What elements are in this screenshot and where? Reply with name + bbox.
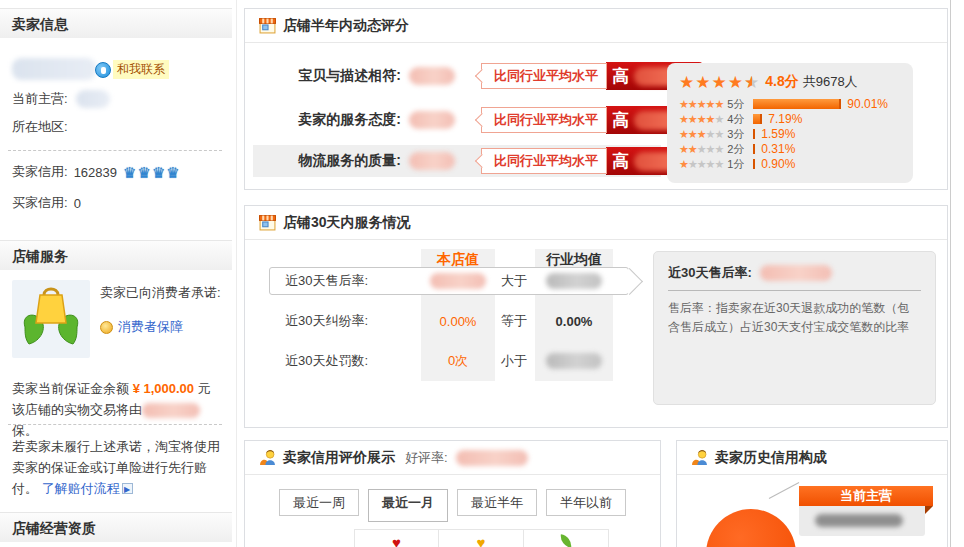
- dsr-panel-title: 店铺半年内动态评分: [283, 17, 409, 35]
- industry-value-censored: [546, 273, 602, 289]
- dsr-row-label: 宝贝与描述相符:: [253, 67, 401, 85]
- comparator: 大于: [501, 272, 527, 290]
- overall-rating-line: ★★★★ ★★ 4.8分 共9678人: [679, 73, 913, 91]
- service-panel-title: 店铺30天内服务情况: [283, 214, 411, 232]
- star-icons: ★★★★: [679, 114, 714, 125]
- buyer-credit-row: 买家信用: 0: [12, 194, 81, 212]
- star-icons: ★★: [679, 144, 697, 155]
- rating-bar-row: ★★★★★ 3分 1.59%: [679, 127, 913, 141]
- star-icons-empty: ★★★: [697, 144, 724, 155]
- dsr-panel-header: 店铺半年内动态评分: [245, 9, 947, 43]
- score-label: 4分: [727, 112, 751, 127]
- dsr-score-censored: [409, 111, 455, 129]
- percent-value: 1.59%: [761, 127, 795, 141]
- credit-pie-chart: [706, 509, 796, 547]
- period-tabs: 最近一周 最近一月 最近半年 半年以前: [279, 489, 635, 522]
- service-row: 近30天售后率: 大于: [245, 268, 645, 294]
- higher-badge-text: 高: [612, 150, 629, 173]
- info-value-censored: [760, 265, 832, 281]
- comparator: 小于: [501, 352, 527, 370]
- percent-bar: [753, 114, 762, 124]
- dsr-row-service: 卖家的服务态度: 比同行业平均水平 高: [253, 105, 704, 135]
- main-business-censored: [76, 90, 110, 108]
- bubble-text: 比同行业平均水平: [481, 63, 607, 89]
- score-label: 5分: [727, 97, 751, 112]
- table-cell-bad: [524, 529, 609, 547]
- main-business-label: 当前主营:: [12, 90, 68, 108]
- rating-summary-box: ★★★★ ★★ 4.8分 共9678人 ★★★★★ 5分 90.01% ★★★★…: [667, 63, 913, 183]
- person-icon: [259, 449, 276, 466]
- praise-rate-label: 好评率:: [405, 449, 448, 467]
- star-icons-empty: ★★: [706, 129, 724, 140]
- percent-value: 90.01%: [847, 97, 888, 111]
- service-30d-panel: 店铺30天内服务情况 本店值 行业均值 近30天售后率: 大于 近30天纠纷率:…: [244, 205, 948, 428]
- qualification-section: 店铺经营资质: [0, 512, 232, 542]
- compensation-note: 若卖家未履行上述承诺，淘宝将使用卖家的保证金或订单险进行先行赔付。 了解赔付流程…: [12, 436, 226, 499]
- divider: [8, 424, 222, 425]
- score-label: 2分: [727, 142, 751, 157]
- current-business-callout: 当前主营: [799, 486, 933, 506]
- service-panel-header: 店铺30天内服务情况: [245, 206, 947, 240]
- crown-icons: ♛♛♛♛: [123, 165, 181, 180]
- seller-name-censored: [12, 58, 96, 80]
- contact-me-label: 和我联系: [113, 60, 169, 79]
- score-label: 1分: [727, 157, 751, 172]
- learn-payment-link[interactable]: 了解赔付流程: [42, 481, 120, 496]
- seller-info-title: 卖家信息: [0, 8, 232, 38]
- region-label: 所在地区:: [12, 118, 68, 136]
- info-box-title: 近30天售后率:: [668, 264, 752, 282]
- service-row: 近30天纠纷率: 0.00% 等于 0.00%: [245, 308, 645, 334]
- star-icons-empty: ★: [714, 114, 723, 125]
- higher-badge-text: 高: [612, 109, 629, 132]
- deposit-unit: 元: [198, 381, 211, 396]
- score-label: 3分: [727, 127, 751, 142]
- promise-text: 卖家已向消费者承诺:: [100, 284, 226, 302]
- star-icons: ★★★: [679, 129, 706, 140]
- deposit-text: 卖家当前保证金余额 ¥ 1,000.00 元 该店铺的实物交易将由保。: [12, 378, 224, 441]
- contact-me-link[interactable]: 和我联系: [95, 60, 169, 79]
- credit-display-panel: 卖家信用评价展示 好评率: 最近一周 最近一月 最近半年 半年以前 ♥ ♥: [244, 440, 661, 547]
- tab-before-half-year[interactable]: 半年以前: [546, 489, 626, 516]
- percent-bar: [753, 144, 755, 154]
- storefront-icon: [259, 214, 276, 231]
- shop-value: 0次: [421, 352, 495, 370]
- region-row: 所在地区:: [12, 118, 68, 136]
- buyer-credit-label: 买家信用:: [12, 194, 68, 212]
- trade-prefix: 该店铺的实物交易将由: [12, 402, 142, 417]
- person-icon: [691, 449, 708, 466]
- page: 卖家信息 和我联系 当前主营: 所在地区: 卖家信用: 162839 ♛♛♛♛ …: [0, 0, 964, 547]
- dsr-score-censored: [409, 67, 455, 85]
- shop-service-title: 店铺服务: [0, 240, 232, 270]
- consumer-protection-link[interactable]: 消费者保障: [100, 318, 183, 336]
- tab-last-week[interactable]: 最近一周: [279, 489, 359, 516]
- shop-service-section: 店铺服务 卖家已向消费者承诺: 消费者保障 卖家当前保证金余额 ¥ 1,000.…: [0, 240, 232, 270]
- protection-badge-icon: [100, 321, 113, 334]
- industry-value-censored: [546, 353, 602, 369]
- dsr-row-label: 物流服务的质量:: [253, 152, 401, 170]
- rating-bar-row: ★★★★★ 2分 0.31%: [679, 142, 913, 156]
- history-composition-panel: 卖家历史信用构成 当前主营: [676, 440, 948, 547]
- rating-table: ♥ ♥: [354, 529, 609, 547]
- tab-last-half-year[interactable]: 最近半年: [457, 489, 537, 516]
- shop-value: 0.00%: [421, 314, 495, 329]
- percent-bar: [753, 129, 755, 139]
- star-icons: ★★★★★: [679, 99, 723, 110]
- after-sale-info-box: 近30天售后率: 售后率：指卖家在近30天退款成功的笔数（包含售后成立）占近30…: [653, 251, 936, 405]
- divider: [668, 290, 921, 291]
- dsr-row-logistics: 物流服务的质量: 比同行业平均水平 高: [253, 146, 704, 176]
- callout-fold: [925, 506, 933, 514]
- service-illustration: [12, 280, 90, 358]
- praise-rate-censored: [456, 450, 528, 466]
- percent-value: 7.19%: [768, 112, 802, 126]
- page-edge-divider: [950, 0, 951, 547]
- tab-last-month[interactable]: 最近一月: [368, 489, 448, 522]
- shop-value-censored: [430, 273, 486, 289]
- credit-panel-header: 卖家信用评价展示 好评率:: [245, 441, 660, 475]
- table-cell-neutral: ♥: [439, 529, 524, 547]
- dsr-row-description: 宝贝与描述相符: 比同行业平均水平 高: [253, 61, 704, 91]
- row-label: 近30天售后率:: [285, 272, 368, 290]
- bubble-text: 比同行业平均水平: [481, 107, 607, 133]
- half-star-icon: ★★: [744, 74, 759, 91]
- higher-badge-text: 高: [612, 65, 629, 88]
- rating-bar-row: ★★★★★ 1分 0.90%: [679, 157, 913, 171]
